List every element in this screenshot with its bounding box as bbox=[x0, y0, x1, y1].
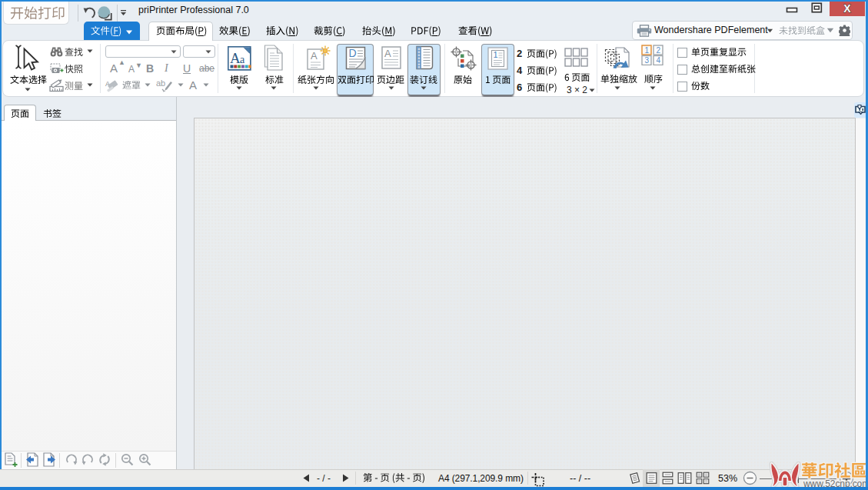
svg-text:ab: ab bbox=[156, 78, 165, 88]
svg-text:4: 4 bbox=[657, 56, 661, 65]
svg-text:X: X bbox=[843, 3, 851, 15]
svg-text:3: 3 bbox=[645, 56, 650, 65]
svg-text:A: A bbox=[311, 50, 318, 62]
svg-text:2: 2 bbox=[657, 46, 661, 55]
svg-text:A: A bbox=[384, 48, 391, 59]
svg-text:1: 1 bbox=[494, 50, 498, 59]
svg-text:1: 1 bbox=[645, 46, 650, 55]
svg-text:a: a bbox=[240, 54, 245, 65]
svg-text:A: A bbox=[230, 50, 241, 66]
svg-text:D: D bbox=[349, 47, 357, 59]
